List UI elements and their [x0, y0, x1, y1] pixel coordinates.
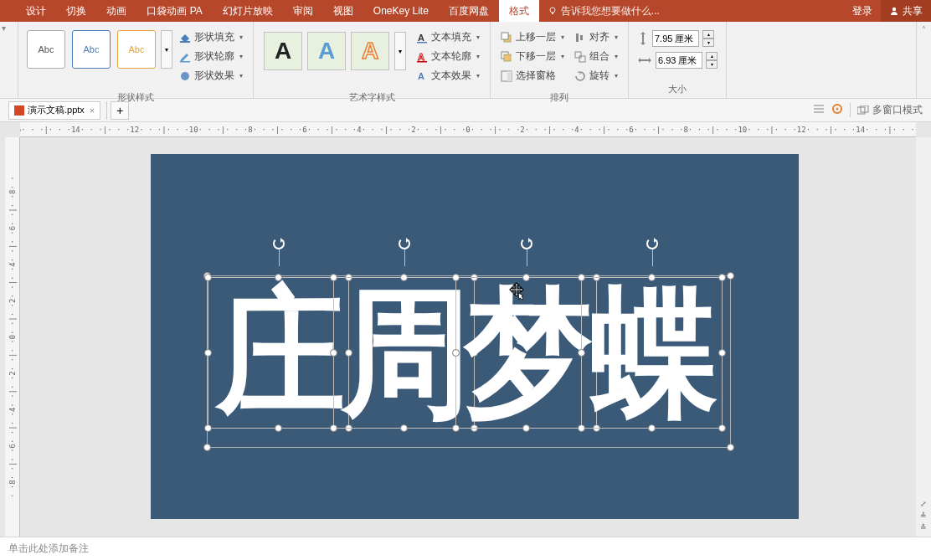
svg-rect-4	[180, 61, 190, 63]
document-tab-label: 演示文稿.pptx	[28, 104, 85, 116]
char-2: 周	[342, 283, 466, 424]
rotate-button[interactable]: 旋转▾	[571, 67, 621, 85]
svg-rect-24	[814, 111, 824, 113]
shape-fill-button[interactable]: 形状填充▾	[176, 28, 246, 46]
tab-slideshow[interactable]: 幻灯片放映	[213, 0, 283, 22]
tab-design[interactable]: 设计	[16, 0, 56, 22]
person-icon	[889, 6, 899, 16]
text-effects-icon: A	[416, 70, 428, 82]
wordart-preset-3[interactable]: A	[351, 32, 389, 70]
shape-effects-button[interactable]: 形状效果▾	[176, 67, 246, 85]
char-4: 蝶	[589, 283, 714, 424]
shape-style-gallery-more[interactable]: ▾	[161, 30, 172, 69]
new-document-tab[interactable]: +	[111, 101, 129, 120]
tab-onekey[interactable]: OneKey Lite	[363, 0, 439, 22]
pen-icon	[179, 51, 191, 63]
send-backward-icon	[501, 51, 512, 63]
height-icon	[637, 31, 649, 46]
outline-toggle-icon[interactable]	[813, 103, 825, 117]
align-icon	[574, 32, 586, 44]
tab-pocket-anim[interactable]: 口袋动画 PA	[136, 0, 212, 22]
tab-baidu[interactable]: 百度网盘	[439, 0, 499, 22]
settings-gear-icon[interactable]	[831, 103, 843, 117]
scroll-fit-icon[interactable]: ⤢	[920, 500, 927, 508]
shape-outline-button[interactable]: 形状轮廓▾	[176, 48, 246, 65]
text-effects-button[interactable]: A 文本效果▾	[413, 67, 483, 85]
rotate-handle-icon[interactable]	[273, 238, 285, 249]
shape-outline-label: 形状轮廓	[194, 49, 234, 64]
text-outline-button[interactable]: A 文本轮廓▾	[413, 48, 483, 65]
canvas-scroll[interactable]: 庄 周	[20, 137, 916, 537]
rotate-label: 旋转	[589, 69, 610, 83]
ribbon-left-sliver: ▾	[0, 22, 18, 98]
scroll-next-icon[interactable]: ≛	[920, 523, 927, 532]
tab-view[interactable]: 视图	[323, 0, 363, 22]
text-effects-label: 文本效果	[431, 69, 471, 83]
text-fill-button[interactable]: A 文本填充▾	[413, 28, 483, 46]
login-button[interactable]: 登录	[844, 4, 881, 18]
share-label: 共享	[903, 4, 923, 18]
tab-format[interactable]: 格式	[499, 0, 539, 22]
group-button[interactable]: 组合▾	[571, 48, 621, 65]
wordart-preset-2[interactable]: A	[307, 32, 346, 70]
collapse-ribbon-button[interactable]: ˄	[916, 22, 931, 98]
text-box-3[interactable]: 梦	[460, 281, 593, 424]
horizontal-ruler: · · ·16· · ·|· · ·14· · ·|· · ·12· · ·|·…	[20, 122, 916, 137]
rotate-handle-icon[interactable]	[646, 238, 658, 249]
tab-animation[interactable]: 动画	[96, 0, 136, 22]
send-backward-button[interactable]: 下移一层▾	[497, 48, 568, 65]
shape-style-preset-1[interactable]: Abc	[27, 30, 65, 69]
width-input[interactable]	[656, 52, 702, 69]
bring-forward-icon	[501, 32, 512, 44]
svg-rect-3	[180, 41, 190, 43]
selection-group[interactable]: 庄 周	[212, 281, 726, 442]
scroll-prev-icon[interactable]: ≜	[920, 511, 927, 520]
svg-rect-16	[507, 71, 512, 81]
height-row: ▴▾	[637, 30, 718, 47]
ribbon: ▾ Abc Abc Abc ▾ 形状填充▾ 形状轮廓▾ 形状效果▾	[0, 22, 931, 99]
multi-window-label: 多窗口模式	[872, 103, 923, 117]
wordart-preset-1[interactable]: A	[264, 32, 302, 70]
svg-rect-18	[580, 35, 583, 40]
tell-me-input[interactable]: 告诉我您想要做什么...	[539, 4, 668, 18]
height-spinner[interactable]: ▴▾	[702, 30, 714, 47]
document-tab[interactable]: 演示文稿.pptx ×	[8, 101, 100, 120]
notes-pane[interactable]: 单击此处添加备注	[0, 537, 931, 560]
share-button[interactable]: 共享	[881, 0, 931, 22]
text-box-4[interactable]: 蝶	[585, 281, 718, 424]
bucket-icon	[179, 32, 191, 44]
tab-cut-left[interactable]	[0, 0, 16, 22]
svg-text:A: A	[418, 52, 424, 62]
rotate-handle-icon[interactable]	[399, 238, 410, 249]
svg-text:A: A	[418, 33, 424, 43]
multi-window-mode-button[interactable]: 多窗口模式	[850, 103, 923, 117]
bring-forward-button[interactable]: 上移一层▾	[497, 28, 568, 46]
width-spinner[interactable]: ▴▾	[706, 52, 718, 69]
text-box-2[interactable]: 周	[337, 281, 471, 424]
shape-style-preset-2[interactable]: Abc	[72, 30, 111, 69]
align-label: 对齐	[589, 30, 610, 44]
tab-transition[interactable]: 切换	[56, 0, 96, 22]
slide[interactable]: 庄 周	[151, 154, 799, 519]
text-box-1[interactable]: 庄	[212, 281, 345, 424]
shape-fill-label: 形状填充	[194, 30, 234, 44]
tab-review[interactable]: 审阅	[283, 0, 323, 22]
canvas-area: · · ·16· · ·|· · ·14· · ·|· · ·12· · ·|·…	[0, 122, 931, 537]
rotate-handle-icon[interactable]	[521, 238, 532, 249]
group-arrange: 上移一层▾ 下移一层▾ 选择窗格 对齐▾ 组合▾	[491, 22, 629, 98]
windows-icon	[857, 105, 869, 116]
selection-pane-label: 选择窗格	[516, 69, 556, 83]
selection-pane-button[interactable]: 选择窗格	[497, 67, 568, 85]
wordart-gallery-more[interactable]: ▾	[394, 32, 406, 70]
svg-point-2	[892, 8, 896, 11]
close-tab-icon[interactable]: ×	[90, 105, 95, 116]
height-input[interactable]	[652, 30, 699, 47]
group-size: ▴▾ ▴▾ 大小	[629, 22, 727, 98]
group-wordart-label: 艺术字样式	[254, 91, 490, 106]
align-button[interactable]: 对齐▾	[571, 28, 621, 46]
effects-icon	[179, 70, 191, 82]
svg-rect-21	[14, 105, 24, 116]
vertical-scrollbar[interactable]: ⤢ ≜ ≛	[916, 137, 931, 537]
shape-style-preset-3[interactable]: Abc	[117, 30, 156, 69]
svg-rect-20	[579, 56, 585, 62]
